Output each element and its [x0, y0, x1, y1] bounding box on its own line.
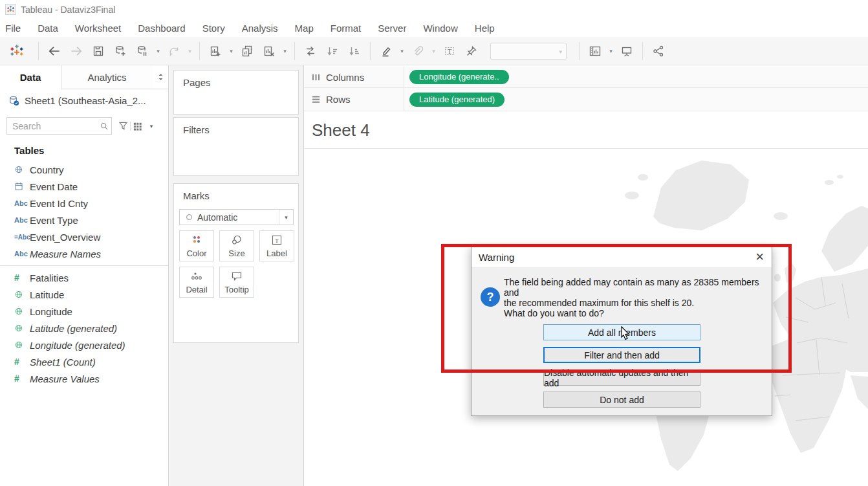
rows-shelf[interactable]: Rows Latitude (generated) [304, 88, 868, 111]
refresh-caret[interactable]: ▾ [185, 41, 195, 61]
tab-analytics[interactable]: Analytics [61, 65, 153, 89]
refresh-button[interactable] [163, 41, 185, 61]
share-button[interactable] [647, 41, 669, 61]
clear-sheet-icon [263, 45, 276, 58]
clear-sheet-button[interactable] [258, 41, 280, 61]
field-fatalities[interactable]: # Fatalities [0, 269, 168, 286]
menu-server[interactable]: Server [369, 23, 415, 34]
map-greenland [653, 160, 749, 230]
menu-analysis[interactable]: Analysis [233, 23, 287, 34]
field-event-overview[interactable]: =Abc Event_Overview [0, 228, 168, 245]
sort-descending-button[interactable] [343, 41, 365, 61]
sheet-title: Sheet 4 [304, 111, 868, 140]
redo-button[interactable] [65, 41, 87, 61]
group-members-caret[interactable]: ▾ [429, 41, 439, 61]
search-box [6, 117, 112, 135]
menu-data[interactable]: Data [29, 23, 67, 34]
abc-icon: Abc [14, 250, 30, 258]
disable-updates-and-add-button[interactable]: Disable automatic updates and then add [543, 370, 700, 386]
map-arabia [851, 375, 868, 409]
columns-icon [312, 73, 320, 82]
menu-story[interactable]: Story [194, 23, 233, 34]
menu-worksheet[interactable]: Worksheet [67, 23, 129, 34]
fit-selector-caret-icon: ▾ [559, 49, 562, 55]
pause-updates-button[interactable] [131, 41, 153, 61]
globe-icon [14, 290, 30, 299]
pages-shelf[interactable]: Pages [173, 70, 299, 115]
abc-icon: Abc [14, 216, 30, 224]
sort-ascending-icon [326, 45, 339, 58]
menu-file[interactable]: File [0, 23, 29, 34]
data-pane-tabs: Data Analytics [0, 65, 168, 89]
field-longitude[interactable]: Longitude [0, 303, 168, 320]
menu-dashboard[interactable]: Dashboard [129, 23, 193, 34]
map-arctic-island [625, 192, 639, 199]
undo-button[interactable] [43, 41, 65, 61]
pause-updates-caret[interactable]: ▾ [153, 41, 163, 61]
menu-map[interactable]: Map [287, 23, 322, 34]
menu-window[interactable]: Window [415, 23, 466, 34]
field-measure-values[interactable]: # Measure Values [0, 370, 168, 387]
tooltip-button[interactable]: Tooltip [219, 267, 254, 298]
field-country[interactable]: Country [0, 161, 168, 178]
sort-ascending-button[interactable] [321, 41, 343, 61]
field-event-type[interactable]: Abc Event Type [0, 212, 168, 228]
show-me-button[interactable] [584, 41, 606, 61]
highlight-pen-icon [380, 45, 393, 58]
columns-shelf[interactable]: Columns Longitude (generate.. [304, 67, 868, 88]
mark-shape-icon [186, 214, 192, 220]
svg-text:T: T [275, 237, 279, 243]
duplicate-sheet-button[interactable] [236, 41, 258, 61]
fix-axes-button[interactable] [461, 41, 483, 61]
presentation-mode-button[interactable] [616, 41, 638, 61]
clear-sheet-caret[interactable]: ▾ [280, 41, 290, 61]
new-datasource-button[interactable] [109, 41, 131, 61]
detail-button[interactable]: Detail [179, 267, 214, 298]
search-input[interactable] [7, 121, 97, 131]
map-scandinavia [821, 206, 868, 272]
dialog-titlebar[interactable]: Warning [472, 247, 772, 267]
tab-data[interactable]: Data [0, 65, 61, 89]
map-svalbard [837, 175, 843, 179]
view-options-caret[interactable]: ▾ [144, 123, 158, 129]
close-icon[interactable]: × [755, 248, 764, 266]
view-options-icon[interactable] [130, 122, 144, 131]
pill-latitude-generated[interactable]: Latitude (generated) [409, 93, 505, 107]
show-me-caret[interactable]: ▾ [606, 41, 616, 61]
field-event-id-cnty[interactable]: Abc Event Id Cnty [0, 195, 168, 212]
pill-longitude-generated[interactable]: Longitude (generate.. [409, 70, 509, 84]
toolbar-separator [199, 42, 200, 60]
field-latitude-generated[interactable]: Latitude (generated) [0, 320, 168, 337]
mark-type-dropdown[interactable]: Automatic ▾ [179, 209, 294, 225]
show-mark-labels-button[interactable]: T [439, 41, 461, 61]
save-button[interactable] [87, 41, 109, 61]
swap-axes-button[interactable] [299, 41, 321, 61]
datasource-item[interactable]: Sheet1 (Southeast-Asia_2... [0, 89, 168, 111]
color-button[interactable]: Color [179, 230, 214, 261]
highlight-caret[interactable]: ▾ [397, 41, 407, 61]
fit-selector[interactable]: ▾ [490, 43, 567, 60]
pane-splitter-icon[interactable] [153, 65, 168, 89]
mark-type-caret[interactable]: ▾ [279, 210, 293, 225]
tableau-logo-button[interactable] [0, 41, 34, 61]
size-button[interactable]: Size [219, 230, 254, 261]
label-button[interactable]: T Label [259, 230, 294, 261]
field-longitude-generated[interactable]: Longitude (generated) [0, 337, 168, 353]
field-measure-names[interactable]: Abc Measure Names [0, 245, 168, 262]
number-icon: # [14, 272, 30, 283]
group-members-button[interactable] [407, 41, 429, 61]
toolbar-separator [370, 42, 371, 60]
filter-and-then-add-button[interactable]: Filter and then add [543, 347, 700, 363]
menu-format[interactable]: Format [322, 23, 370, 34]
add-all-members-button[interactable]: Add all members [543, 324, 700, 340]
field-latitude[interactable]: Latitude [0, 286, 168, 303]
new-worksheet-button[interactable] [204, 41, 226, 61]
highlight-button[interactable] [375, 41, 397, 61]
filter-fields-icon[interactable] [116, 121, 130, 131]
new-worksheet-caret[interactable]: ▾ [226, 41, 236, 61]
do-not-add-button[interactable]: Do not add [543, 392, 700, 408]
filters-shelf[interactable]: Filters [173, 117, 299, 176]
field-sheet1-count[interactable]: # Sheet1 (Count) [0, 353, 168, 370]
field-event-date[interactable]: Event Date [0, 178, 168, 195]
menu-help[interactable]: Help [466, 23, 503, 34]
